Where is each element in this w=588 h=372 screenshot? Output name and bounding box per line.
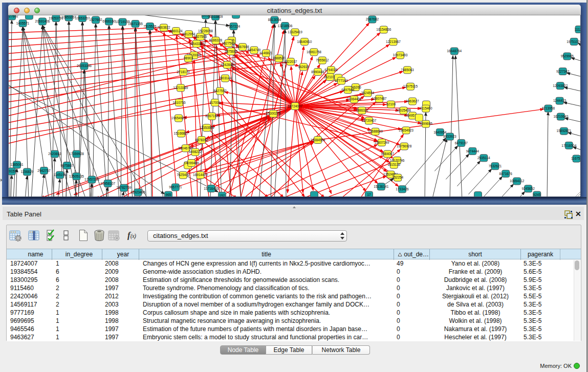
svg-text:8454749: 8454749 <box>248 48 261 52</box>
svg-text:17359928: 17359928 <box>69 152 84 156</box>
svg-text:9084067: 9084067 <box>381 152 395 156</box>
svg-text:20353346: 20353346 <box>77 64 92 68</box>
svg-text:15892871: 15892871 <box>557 129 572 133</box>
svg-text:19751074: 19751074 <box>567 40 580 43</box>
svg-text:8813054: 8813054 <box>268 18 281 21</box>
svg-text:16046766: 16046766 <box>178 146 193 150</box>
svg-text:17957223: 17957223 <box>84 178 99 181</box>
svg-text:8990448: 8990448 <box>311 70 324 74</box>
svg-text:7886322: 7886322 <box>356 108 369 112</box>
svg-text:9527505: 9527505 <box>222 41 235 45</box>
svg-text:10025438: 10025438 <box>396 108 411 112</box>
svg-text:1385061: 1385061 <box>10 163 24 166</box>
svg-text:9227342: 9227342 <box>556 70 570 73</box>
svg-text:8186328: 8186328 <box>209 38 223 42</box>
svg-text:2935114: 2935114 <box>477 156 490 160</box>
svg-text:9529965: 9529965 <box>561 54 574 58</box>
svg-text:1405571: 1405571 <box>16 21 30 25</box>
svg-text:965: 965 <box>166 193 171 196</box>
svg-text:98903: 98903 <box>184 56 193 60</box>
svg-text:16671355: 16671355 <box>128 22 143 26</box>
svg-text:8213958: 8213958 <box>542 106 555 110</box>
svg-text:19654923: 19654923 <box>399 128 413 132</box>
svg-text:9527503: 9527503 <box>194 35 207 38</box>
svg-text:252254: 252254 <box>392 176 403 179</box>
svg-text:13218506: 13218506 <box>278 24 293 28</box>
svg-text:7515526: 7515526 <box>143 25 157 28</box>
svg-text:15720407: 15720407 <box>362 119 377 122</box>
svg-text:1156829: 1156829 <box>21 170 34 173</box>
svg-text:16154836: 16154836 <box>376 28 391 31</box>
svg-text:12923486: 12923486 <box>130 190 145 194</box>
svg-text:16033809: 16033809 <box>208 15 223 18</box>
svg-text:9899695: 9899695 <box>420 122 433 125</box>
svg-text:15166827: 15166827 <box>174 132 189 135</box>
svg-text:9245: 9245 <box>533 193 541 196</box>
svg-text:6479197: 6479197 <box>455 141 468 145</box>
svg-text:162615: 162615 <box>298 65 309 69</box>
svg-text:7955812: 7955812 <box>316 58 329 62</box>
svg-text:16543382: 16543382 <box>189 42 204 46</box>
svg-text:16648764: 16648764 <box>447 49 462 53</box>
svg-text:9242848: 9242848 <box>221 63 234 67</box>
svg-text:62100: 62100 <box>386 102 396 106</box>
svg-text:2803144: 2803144 <box>219 76 232 80</box>
svg-text:16782759: 16782759 <box>117 186 132 189</box>
svg-text:5498222: 5498222 <box>189 150 202 154</box>
svg-text:12505135: 12505135 <box>69 174 84 178</box>
svg-text:9660124: 9660124 <box>169 29 183 33</box>
svg-text:18724007: 18724007 <box>288 104 302 108</box>
svg-text:8878352: 8878352 <box>195 138 208 142</box>
svg-text:8933923: 8933923 <box>443 135 456 138</box>
svg-text:917004: 917004 <box>209 101 221 104</box>
svg-text:39159: 39159 <box>9 169 16 173</box>
svg-text:10654112: 10654112 <box>510 179 525 183</box>
svg-text:10653267: 10653267 <box>75 16 90 20</box>
svg-text:2942757: 2942757 <box>37 169 51 172</box>
svg-text:3624554: 3624554 <box>361 91 375 95</box>
svg-text:12213389: 12213389 <box>173 86 188 90</box>
svg-text:12213967: 12213967 <box>386 40 401 43</box>
svg-text:1145194: 1145194 <box>54 173 67 177</box>
svg-text:157: 157 <box>220 194 225 197</box>
svg-text:12353594: 12353594 <box>200 126 214 129</box>
svg-text:16210643: 16210643 <box>553 115 568 118</box>
svg-text:2020653: 2020653 <box>48 152 61 156</box>
svg-text:12975115: 12975115 <box>403 84 418 88</box>
svg-text:13325419: 13325419 <box>288 30 302 34</box>
svg-text:9463627: 9463627 <box>406 99 419 103</box>
svg-text:7632621: 7632621 <box>489 164 502 168</box>
svg-text:8471676: 8471676 <box>499 172 513 176</box>
svg-text:2087682: 2087682 <box>366 17 379 21</box>
svg-text:21364436: 21364436 <box>347 97 362 101</box>
svg-text:17: 17 <box>367 193 371 196</box>
svg-text:8322037: 8322037 <box>284 60 297 63</box>
svg-text:9115460: 9115460 <box>420 106 432 110</box>
svg-text:10688609: 10688609 <box>368 129 383 133</box>
svg-text:16640910: 16640910 <box>297 40 312 43</box>
svg-text:10973493: 10973493 <box>393 53 408 57</box>
svg-text:9975867: 9975867 <box>60 164 74 167</box>
svg-text:3875685: 3875685 <box>225 50 238 53</box>
svg-text:1244415: 1244415 <box>553 99 567 102</box>
svg-text:10807487: 10807487 <box>372 97 387 100</box>
svg-text:8427552: 8427552 <box>213 89 227 93</box>
svg-text:19384554: 19384554 <box>311 138 325 142</box>
svg-text:9657771: 9657771 <box>169 185 182 189</box>
svg-text:1527602: 1527602 <box>89 18 102 21</box>
svg-text:15807249: 15807249 <box>375 141 389 144</box>
svg-text:2718170: 2718170 <box>177 70 190 74</box>
svg-text:1733426: 1733426 <box>396 187 409 191</box>
svg-text:8267150: 8267150 <box>205 114 219 118</box>
svg-text:15716485: 15716485 <box>204 187 219 190</box>
svg-text:1610755: 1610755 <box>172 101 186 104</box>
svg-text:7625402: 7625402 <box>177 173 190 177</box>
svg-text:10958107: 10958107 <box>100 182 115 185</box>
svg-text:9777169: 9777169 <box>335 79 348 82</box>
svg-text:16961758: 16961758 <box>307 50 321 54</box>
svg-text:1527602: 1527602 <box>9 15 18 18</box>
svg-text:9245652: 9245652 <box>522 187 535 190</box>
svg-text:19756928: 19756928 <box>397 144 411 148</box>
svg-text:7357224: 7357224 <box>227 25 241 28</box>
svg-text:6966160: 6966160 <box>102 19 116 23</box>
